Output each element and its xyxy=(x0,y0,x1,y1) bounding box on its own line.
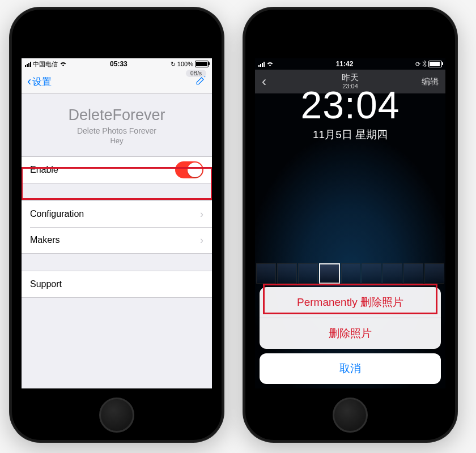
status-time: 05:33 xyxy=(110,60,128,68)
wifi-icon xyxy=(60,61,67,67)
photo-thumbnail[interactable] xyxy=(277,263,297,284)
configuration-row[interactable]: Configuration › xyxy=(22,201,212,227)
phone-left-inner: 中国电信 05:33 ↻ 100% 0B/s ‹ 设置 xyxy=(12,10,222,440)
cellular-signal-icon xyxy=(258,61,265,67)
links-group: Configuration › Makers › xyxy=(22,200,212,254)
refresh-icon: ↻ xyxy=(171,61,176,68)
photos-screen: 11:42 ⟳ ‹ 昨天 23:04 编辑 23:04 xyxy=(254,58,446,389)
photo-thumbnail[interactable] xyxy=(362,263,381,284)
phone-left-frame: 中国电信 05:33 ↻ 100% 0B/s ‹ 设置 xyxy=(9,7,224,443)
app-title: DeleteForever xyxy=(22,106,212,124)
photo-thumbnail[interactable] xyxy=(424,263,444,284)
enable-toggle[interactable] xyxy=(175,161,203,178)
status-left: 中国电信 xyxy=(25,60,67,69)
bluetooth-icon xyxy=(422,60,427,68)
makers-label: Makers xyxy=(30,235,60,245)
home-button[interactable] xyxy=(333,398,368,433)
support-label: Support xyxy=(30,279,62,289)
action-sheet-options: Permanently 删除照片 删除照片 xyxy=(260,287,441,349)
phone-right-frame: 11:42 ⟳ ‹ 昨天 23:04 编辑 23:04 xyxy=(243,7,458,443)
action-sheet: Permanently 删除照片 删除照片 取消 xyxy=(255,283,445,388)
photo-thumbnail-selected[interactable] xyxy=(319,263,340,284)
status-time: 11:42 xyxy=(336,60,354,68)
settings-screen: 中国电信 05:33 ↻ 100% 0B/s ‹ 设置 xyxy=(21,58,212,389)
app-subtitle: Delete Photos Forever xyxy=(22,126,212,135)
delete-button[interactable]: 删除照片 xyxy=(260,318,441,349)
app-subtitle2: Hey xyxy=(22,136,212,145)
network-speed-badge: 0B/s xyxy=(186,70,206,77)
photo-thumbnail[interactable] xyxy=(382,263,402,284)
navigation-bar: ‹ 设置 xyxy=(22,70,212,94)
back-button[interactable]: ‹ 设置 xyxy=(27,75,52,88)
lockscreen-date: 11月5日 星期四 xyxy=(255,127,445,142)
photo-thumbnail[interactable] xyxy=(403,263,423,284)
configuration-label: Configuration xyxy=(30,209,84,219)
status-bar: 11:42 ⟳ xyxy=(255,58,445,70)
carrier-label: 中国电信 xyxy=(33,60,58,69)
chevron-left-icon: ‹ xyxy=(27,75,31,88)
status-left xyxy=(258,61,274,67)
home-button[interactable] xyxy=(99,398,134,433)
cellular-signal-icon xyxy=(25,61,31,67)
lockscreen-time: 23:04 xyxy=(255,86,445,124)
chevron-right-icon: › xyxy=(200,208,203,220)
photo-thumbnail[interactable] xyxy=(341,263,361,284)
status-right: ⟳ xyxy=(415,60,442,68)
makers-row[interactable]: Makers › xyxy=(22,227,212,253)
enable-row[interactable]: Enable xyxy=(22,157,212,183)
status-right: ↻ 100% xyxy=(171,61,209,68)
permanently-delete-label: Permanently 删除照片 xyxy=(297,295,403,310)
status-bar: 中国电信 05:33 ↻ 100% xyxy=(22,58,212,70)
enable-group: Enable xyxy=(22,156,212,183)
cancel-button[interactable]: 取消 xyxy=(260,353,441,384)
battery-icon xyxy=(428,61,442,67)
phone-right-inner: 11:42 ⟳ ‹ 昨天 23:04 编辑 23:04 xyxy=(245,10,455,440)
back-label: 设置 xyxy=(32,75,52,88)
cancel-label: 取消 xyxy=(339,361,361,376)
photo-thumbnail-strip[interactable] xyxy=(255,263,445,284)
nav-title: 昨天 xyxy=(255,72,445,83)
chevron-right-icon: › xyxy=(200,234,203,246)
enable-label: Enable xyxy=(30,165,58,175)
orientation-lock-icon: ⟳ xyxy=(415,61,420,68)
photo-thumbnail[interactable] xyxy=(298,263,318,284)
photo-thumbnail[interactable] xyxy=(256,263,276,284)
app-header: DeleteForever Delete Photos Forever Hey xyxy=(22,94,212,156)
battery-percent: 100% xyxy=(177,61,193,67)
wifi-icon xyxy=(266,61,274,67)
support-row[interactable]: Support xyxy=(22,271,212,297)
permanently-delete-button[interactable]: Permanently 删除照片 xyxy=(260,287,441,318)
delete-label: 删除照片 xyxy=(329,326,372,341)
support-group: Support xyxy=(22,271,212,298)
battery-icon xyxy=(195,61,209,67)
